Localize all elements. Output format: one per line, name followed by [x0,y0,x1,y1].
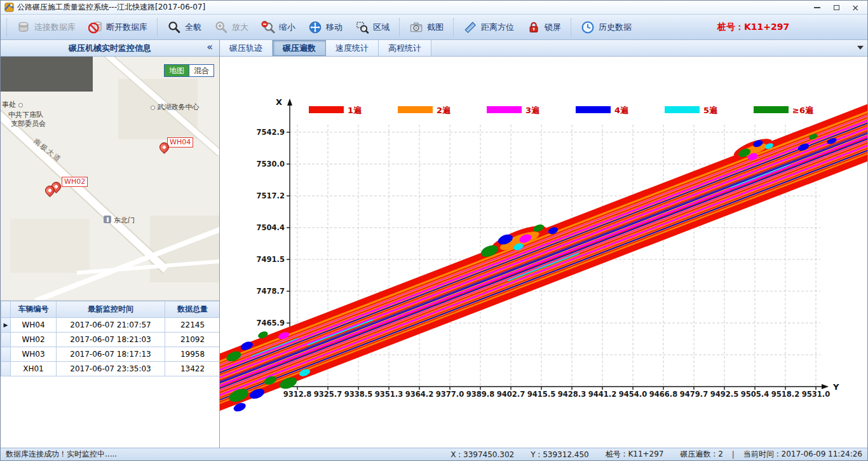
table-header-gutter [1,301,11,318]
x-tick-label: 9415.5 [527,390,555,399]
sidebar-title: 碾压机械实时监控信息 [69,43,151,54]
zoom-out-button[interactable]: 缩小 [255,17,302,38]
map-poi-label: 东北门 [114,216,135,225]
legend-label: 3遍 [526,106,540,115]
x-tick-label: 9364.2 [405,390,433,399]
toolbar-label: 移动 [326,22,342,33]
x-tick-label: 9338.5 [344,390,372,399]
cell-data-total: 13422 [165,362,220,376]
tab-label: 碾压遍数 [283,43,316,54]
toolbar-separator [157,18,158,36]
table-row[interactable]: ▶ WH04 2017-06-07 21:07:57 22145 [1,318,220,333]
x-tick-label: 9312.8 [283,390,311,399]
minimize-button[interactable] [808,1,827,14]
pass-count-chart[interactable]: 7542.97530.07517.27504.47491.57478.77465… [220,57,867,448]
legend-swatch [398,106,433,113]
vertical-axis-arrow [287,99,292,106]
map-layer-toggle: 地图 混合 [164,64,214,77]
lock-screen-button[interactable]: 锁屏 [520,17,567,38]
full-view-button[interactable]: 全貌 [161,17,208,38]
pan-button[interactable]: 移动 [302,17,349,38]
titlebar[interactable]: 公路碾压施工质量监控系统---江北快速路[2017-06-07] × [1,1,867,15]
legend-label: 4遍 [614,106,629,115]
lock-icon [527,20,541,34]
connect-database-button[interactable]: 连接数据库 [10,17,82,38]
tab-speed-stats[interactable]: 速度统计 [326,40,379,56]
app-window: 公路碾压施工质量监控系统---江北快速路[2017-06-07] × 连接数据库 [0,0,868,461]
legend-swatch [487,106,522,113]
cell-vehicle-id: WH03 [11,347,57,362]
tab-label: 高程统计 [388,43,421,54]
camera-icon [409,20,423,34]
database-disconnect-icon [88,20,102,34]
zoom-out-icon [261,20,275,34]
horizontal-axis-arrow [822,384,829,389]
zoom-in-button[interactable]: 放大 [208,17,255,38]
maximize-button[interactable] [827,1,846,14]
toolbar-label: 放大 [232,22,248,33]
map-marker-label[interactable]: WH02 [62,177,88,187]
zoom-in-icon [214,20,228,34]
y-tick-label: 7542.9 [257,128,285,137]
map-layer-map-button[interactable]: 地图 [165,65,189,76]
y-tick-label: 7465.9 [257,319,285,327]
collapse-panel-button[interactable]: « [204,41,215,53]
status-station-number: 桩号 : K11+297 [606,449,664,460]
cell-vehicle-id: WH04 [11,318,57,333]
tab-compaction-track[interactable]: 碾压轨迹 [220,40,273,56]
table-row[interactable]: WH02 2017-06-07 18:21:03 21092 [1,333,220,347]
x-tick-label: 9325.7 [314,390,342,399]
main-panel: 碾压轨迹 碾压遍数 速度统计 高程统计 7542.97530.07517.275… [220,40,867,448]
map-layer-hybrid-button[interactable]: 混合 [189,65,214,76]
tab-elevation-stats[interactable]: 高程统计 [379,40,431,56]
table-row[interactable]: XH01 2017-06-07 23:35:03 13422 [1,362,220,376]
legend-swatch [665,106,700,113]
map-marker-label[interactable]: WH04 [167,137,193,148]
toolbar-label: 断开数据库 [106,22,147,33]
vehicle-table: 车辆编号 最新监控时间 数据总量 ▶ WH04 2017-06-07 21:07… [1,301,219,376]
history-data-button[interactable]: 历史数据 [574,17,638,38]
cell-latest-time: 2017-06-07 23:35:03 [57,362,165,376]
vertical-axis-title: X [276,97,282,107]
x-tick-label: 9428.3 [558,390,586,399]
y-tick-label: 7478.7 [257,287,285,296]
toolbar-separator [453,18,454,36]
status-current-time: 当前时间 : 2017-06-09 11:24:26 [743,449,862,460]
cell-vehicle-id: WH02 [11,333,57,347]
y-tick-label: 7530.0 [257,160,285,169]
toolbar-label: 历史数据 [599,22,632,33]
selected-row-indicator: ▶ [1,318,11,333]
tab-bar: 碾压轨迹 碾压遍数 速度统计 高程统计 [220,40,867,57]
column-header-latest-time: 最新监控时间 [57,301,165,318]
x-tick-label: 9454.0 [619,390,647,399]
content-row: 碾压机械实时监控信息 « [1,40,867,448]
close-button[interactable]: × [846,1,865,14]
region-button[interactable]: 区域 [349,17,396,38]
y-tick-label: 7491.5 [257,255,285,264]
legend-swatch [576,106,611,113]
disconnect-database-button[interactable]: 断开数据库 [82,17,154,38]
tab-label: 速度统计 [336,43,369,54]
tab-overflow-dropdown-icon[interactable] [857,46,864,50]
map-canvas [1,57,219,301]
map-view[interactable]: 地图 混合 事处 中共下庙队 支部委员会 武湖政务中心 南极大道 WH04 WH… [1,57,219,301]
legend-swatch [309,106,344,113]
screenshot-button[interactable]: 截图 [403,17,450,38]
poi-dot-icon [18,103,23,107]
status-y-coordinate: Y : 539312.450 [531,450,589,459]
ruler-icon [463,20,477,34]
table-row[interactable]: WH03 2017-06-07 18:17:13 19958 [1,347,220,362]
tab-compaction-passes[interactable]: 碾压遍数 [273,40,326,56]
overview-magnifier-icon [167,20,181,34]
window-title: 公路碾压施工质量监控系统---江北快速路[2017-06-07] [17,2,205,13]
x-tick-label: 9377.0 [436,390,464,399]
row-gutter [1,362,11,376]
row-gutter [1,347,11,362]
maximize-icon [834,5,839,10]
cell-data-total: 22145 [165,318,220,333]
legend-label: 5遍 [703,106,718,115]
distance-bearing-button[interactable]: 距离方位 [457,17,520,38]
pass-count-chart-area[interactable]: 7542.97530.07517.27504.47491.57478.77465… [220,57,867,448]
cell-vehicle-id: XH01 [11,362,57,376]
y-tick-label: 7517.2 [257,191,285,200]
